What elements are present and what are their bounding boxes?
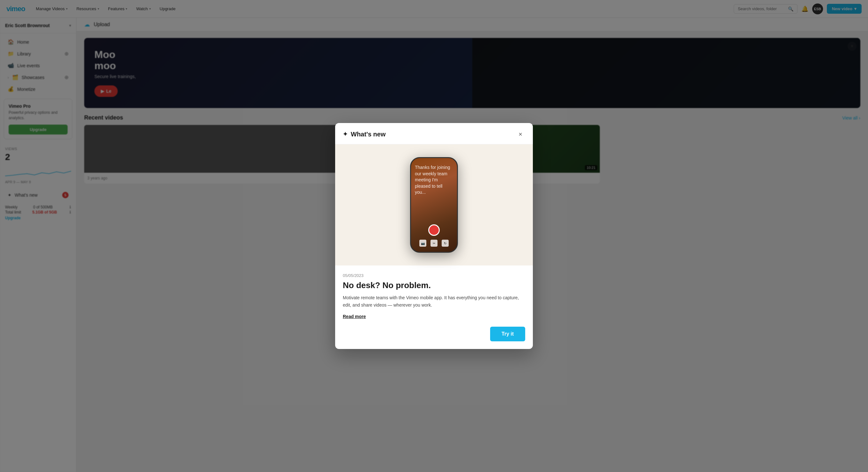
phone-screen: Thanks for joining our weekly team meeti… xyxy=(411,158,457,252)
read-more-link[interactable]: Read more xyxy=(343,314,366,319)
sparkle-icon: ✦ xyxy=(343,131,348,138)
phone-icon-2: ✂ xyxy=(431,240,437,247)
phone-mockup: Thanks for joining our weekly team meeti… xyxy=(410,157,458,253)
phone-record-button xyxy=(428,224,440,236)
phone-icon-1: 📷 xyxy=(419,240,426,247)
phone-icon-3: ↻ xyxy=(442,240,449,247)
modal-footer: Try it xyxy=(343,327,525,341)
modal-image-area: Thanks for joining our weekly team meeti… xyxy=(335,144,533,266)
modal-article-title: No desk? No problem. xyxy=(343,280,525,290)
modal-overlay[interactable]: ✦ What's new × Thanks for joining our we… xyxy=(0,0,868,472)
modal-description: Motivate remote teams with the Vimeo mob… xyxy=(343,294,525,308)
phone-caption-text: Thanks for joining our weekly team meeti… xyxy=(415,164,453,196)
try-it-button[interactable]: Try it xyxy=(490,327,525,341)
modal-header: ✦ What's new × xyxy=(335,123,533,144)
modal-close-button[interactable]: × xyxy=(516,129,525,139)
modal-date: 05/05/2023 xyxy=(343,273,525,278)
whats-new-modal: ✦ What's new × Thanks for joining our we… xyxy=(335,123,533,349)
modal-title: ✦ What's new xyxy=(343,131,385,138)
phone-bottom-icons: 📷 ✂ ↻ xyxy=(411,240,457,247)
modal-body: 05/05/2023 No desk? No problem. Motivate… xyxy=(335,266,533,349)
